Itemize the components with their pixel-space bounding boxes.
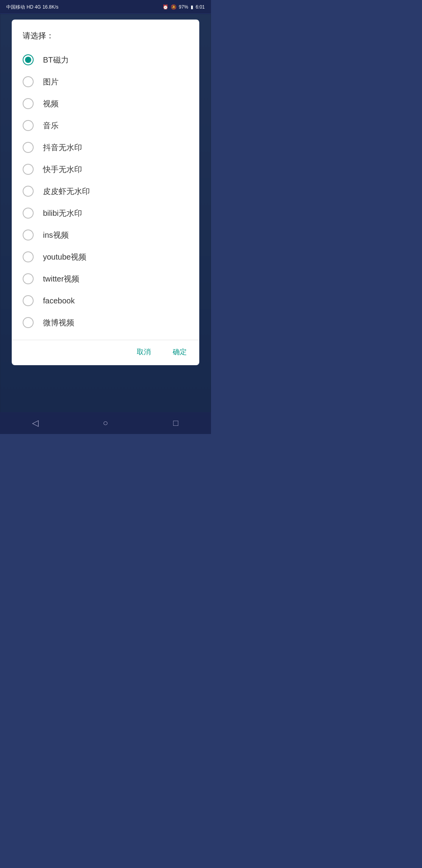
- option-item-twitter[interactable]: twitter视频: [23, 268, 188, 290]
- radio-kuaishou: [23, 164, 34, 175]
- radio-music: [23, 120, 34, 131]
- option-item-pipixia[interactable]: 皮皮虾无水印: [23, 180, 188, 202]
- carrier-text: 中国移动: [6, 4, 25, 11]
- radio-ins: [23, 230, 34, 240]
- confirm-button[interactable]: 确定: [168, 345, 191, 359]
- selection-dialog: 请选择： BT磁力图片视频音乐抖音无水印快手无水印皮皮虾无水印bilibi无水印…: [12, 20, 199, 365]
- option-label-video: 视频: [43, 99, 59, 109]
- option-label-ins: ins视频: [43, 230, 69, 240]
- dialog-title: 请选择：: [23, 30, 188, 41]
- radio-facebook: [23, 295, 34, 306]
- home-button[interactable]: ○: [96, 415, 115, 431]
- option-item-image[interactable]: 图片: [23, 71, 188, 93]
- status-bar: 中国移动 HD 4G 16.8K/s ⏰ 🔕 97% ▮ 6:01: [0, 0, 211, 14]
- recents-button[interactable]: □: [166, 415, 186, 431]
- radio-twitter: [23, 273, 34, 284]
- speed-text: 16.8K/s: [43, 4, 59, 10]
- option-label-music: 音乐: [43, 120, 59, 131]
- navigation-bar: ◁ ○ □: [0, 412, 211, 434]
- option-item-youtube[interactable]: youtube视频: [23, 246, 188, 268]
- option-item-bilibili[interactable]: bilibi无水印: [23, 202, 188, 224]
- radio-youtube: [23, 251, 34, 262]
- option-item-weibo[interactable]: 微博视频: [23, 312, 188, 334]
- radio-video: [23, 98, 34, 109]
- option-item-douyin[interactable]: 抖音无水印: [23, 136, 188, 158]
- time-text: 6:01: [196, 4, 205, 10]
- status-right: ⏰ 🔕 97% ▮ 6:01: [163, 4, 205, 10]
- option-item-music[interactable]: 音乐: [23, 115, 188, 136]
- dialog-body: 请选择： BT磁力图片视频音乐抖音无水印快手无水印皮皮虾无水印bilibi无水印…: [12, 20, 199, 337]
- cancel-button[interactable]: 取消: [132, 345, 156, 359]
- option-item-facebook[interactable]: facebook: [23, 290, 188, 312]
- option-item-kuaishou[interactable]: 快手无水印: [23, 158, 188, 180]
- battery-text: 97%: [179, 4, 188, 10]
- option-item-video[interactable]: 视频: [23, 93, 188, 115]
- back-button[interactable]: ◁: [25, 415, 45, 431]
- network-text: HD 4G: [27, 4, 41, 10]
- dialog-footer: 取消 确定: [12, 340, 199, 365]
- radio-image: [23, 76, 34, 87]
- mute-icon: 🔕: [171, 4, 177, 10]
- option-label-bt: BT磁力: [43, 55, 69, 65]
- option-label-twitter: twitter视频: [43, 274, 79, 284]
- radio-pipixia: [23, 186, 34, 197]
- radio-weibo: [23, 317, 34, 328]
- battery-icon: ▮: [191, 4, 193, 10]
- radio-douyin: [23, 142, 34, 153]
- radio-bilibili: [23, 208, 34, 219]
- option-label-weibo: 微博视频: [43, 317, 74, 328]
- option-label-pipixia: 皮皮虾无水印: [43, 186, 90, 197]
- option-item-bt[interactable]: BT磁力: [23, 49, 188, 71]
- option-item-ins[interactable]: ins视频: [23, 224, 188, 246]
- option-label-facebook: facebook: [43, 296, 75, 305]
- option-label-douyin: 抖音无水印: [43, 142, 82, 153]
- option-label-kuaishou: 快手无水印: [43, 164, 82, 175]
- options-list: BT磁力图片视频音乐抖音无水印快手无水印皮皮虾无水印bilibi无水印ins视频…: [23, 49, 188, 334]
- radio-bt: [23, 54, 34, 65]
- option-label-youtube: youtube视频: [43, 252, 86, 262]
- alarm-icon: ⏰: [163, 4, 168, 10]
- option-label-image: 图片: [43, 77, 59, 87]
- option-label-bilibili: bilibi无水印: [43, 208, 82, 219]
- status-left: 中国移动 HD 4G 16.8K/s: [6, 4, 58, 11]
